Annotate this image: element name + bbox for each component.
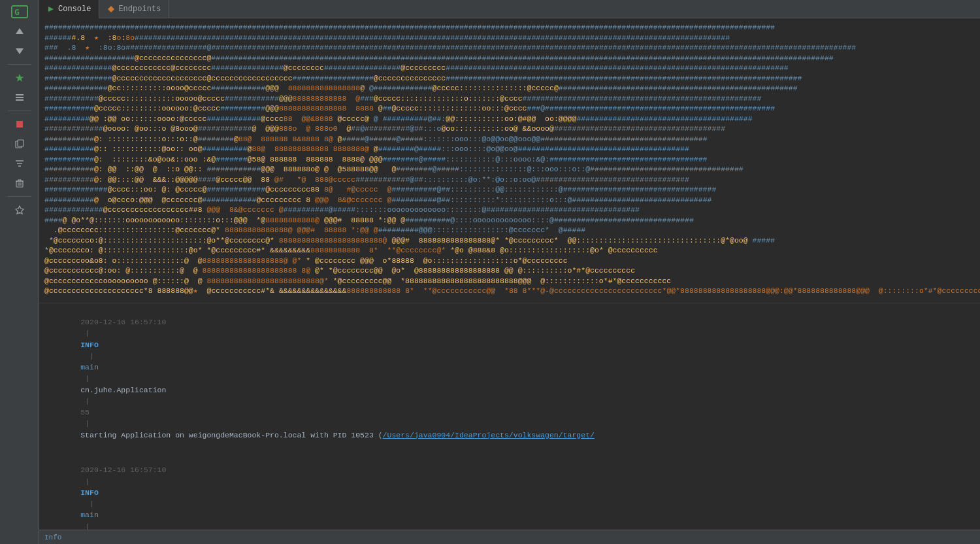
endpoints-tab-icon (107, 5, 115, 13)
ascii-line-13: ###########@:: :::::::::::@oo:: oo@#####… (39, 144, 980, 154)
log-separator-1: | (80, 329, 94, 337)
console-output[interactable]: ########################################… (39, 18, 980, 530)
down-button[interactable] (9, 42, 30, 60)
ascii-line-8: ############@ccccc:::::::::::ooooo@ccccc… (39, 94, 980, 104)
ascii-line-23: *@ccccccco: @:::::::::::::::::::@o* *@cc… (39, 245, 980, 256)
svg-rect-5 (16, 94, 24, 95)
divider-2 (8, 110, 31, 111)
pin-button[interactable] (9, 201, 30, 219)
ascii-line-3: ### .8 ★ :8o:8o##################@######… (39, 42, 980, 53)
ascii-line-24: @cccccccoo&o8: o:::::::::::::::@ @888888… (39, 256, 980, 266)
log-level-1: INFO (80, 341, 99, 349)
svg-marker-23 (108, 6, 114, 12)
log-timestamp-1: 2020-12-16 16:57:10 (80, 318, 166, 326)
ascii-line-7: ##############@cc::::::::::oooo@ccccc###… (39, 83, 980, 94)
ascii-line-10: ##########@@ :@@ oo::::::oooo:@ccccc####… (39, 114, 980, 124)
log-thread-2: main (80, 511, 99, 519)
log-link-1[interactable]: /Users/java0904/IdeaProjects/volkswagen/… (383, 431, 595, 439)
list-button[interactable] (9, 88, 30, 107)
tab-endpoints[interactable]: Endpoints (99, 0, 169, 18)
ascii-line-15: ###########@: @@ ::@@ @ ::o @@:: #######… (39, 164, 980, 175)
log-area: 2020-12-16 16:57:10 | INFO | main | cn.j… (39, 303, 980, 530)
svg-rect-16 (18, 180, 21, 181)
divider-1 (8, 64, 31, 65)
ascii-line-21: .@cccccccc:::::::::::::::::@ccccccc@* 88… (39, 225, 980, 235)
tab-console[interactable]: Console (39, 0, 99, 18)
log-sep-4: | (80, 397, 94, 405)
log-thread-1: main (80, 363, 99, 371)
console-tab-icon (47, 5, 55, 13)
endpoints-tab-label: Endpoints (118, 5, 161, 14)
log-line-1: 2020-12-16 16:57:10 | INFO | main | cn.j… (39, 305, 980, 452)
ascii-line-19: #############@cccccccccccccccccc##8 @@@ … (39, 205, 980, 215)
log-sep-5: | (80, 419, 94, 428)
up-button[interactable] (9, 22, 30, 41)
log-line-2: 2020-12-16 16:57:10 | INFO | main | cn.j… (39, 452, 980, 530)
ascii-line-2: #######.8 ★ :8o:8o######################… (39, 33, 980, 43)
console-tab-label: Console (58, 5, 91, 14)
sidebar: G (0, 0, 39, 544)
ascii-line-20: ####@ @o**@:::::::oooooooooooo::::::::o:… (39, 215, 980, 226)
svg-marker-22 (48, 7, 54, 12)
ascii-line-18: ###########@ o@ccco:@@@ @ccccccc@#######… (39, 195, 980, 205)
trash-button[interactable] (9, 174, 30, 192)
star-button[interactable] (9, 69, 30, 87)
log-line-num-1: 55 (80, 408, 90, 416)
ascii-line-17: ##############@cccc:::oo: @: @ccccc@####… (39, 184, 980, 195)
main-area: Console Endpoints ######################… (39, 0, 980, 544)
app-logo: G (8, 3, 31, 21)
svg-rect-7 (16, 99, 24, 101)
ascii-line-26: @ccccccccccccoooooooooo @::::::@ @ 88888… (39, 276, 980, 286)
status-bar: Info (39, 530, 980, 544)
ascii-line-1: ########################################… (39, 22, 980, 33)
ascii-line-5: ###############@cccccccccccc@cccccccc###… (39, 63, 980, 73)
ascii-line-27: @ccccccccccccccccccccc*8 888888@@★ @cccc… (39, 286, 980, 296)
copy-button[interactable] (9, 135, 30, 153)
log-class-1: cn.juhe.Application (80, 386, 166, 394)
tab-bar: Console Endpoints (39, 0, 980, 18)
log-sep-3: | (80, 374, 94, 382)
sidebar-toolbar (0, 22, 39, 219)
ascii-line-22: *@ccccccco:@:::::::::::::::::::::::@o**@… (39, 235, 980, 246)
ascii-line-9: ###########@ccccc:::::::::oooooo:@ccccc#… (39, 103, 980, 114)
stop-button[interactable] (9, 115, 30, 133)
ascii-line-25: @ccccccccccc@:oo: @:::::::::::@ @ 888888… (39, 265, 980, 276)
filter-button[interactable] (9, 154, 30, 173)
ascii-line-14: ###########@: ::::::::&o@oo&::ooo :&@###… (39, 154, 980, 165)
ascii-line-4: ####################@ccccccccccccccc@###… (39, 53, 980, 63)
svg-marker-4 (15, 74, 24, 82)
svg-rect-8 (16, 121, 23, 128)
log-timestamp-2: 2020-12-16 16:57:10 (80, 466, 166, 474)
svg-text:G: G (14, 7, 20, 17)
ascii-line-12: ###########@: ::::::::::::o:::o::@######… (39, 134, 980, 144)
svg-marker-3 (16, 48, 24, 54)
log-sep-8: | (80, 522, 94, 530)
status-info-label: Info (44, 534, 61, 541)
svg-rect-6 (16, 97, 24, 98)
log-msg-1: Starting Application on weigongdeMacBook… (80, 431, 382, 439)
ascii-line-6: ###############@cccccccccccccccccccc@ccc… (39, 73, 980, 84)
log-level-2: INFO (80, 488, 99, 497)
ascii-line-16: ###########@: @@::::@@ &&&::@@@@@####@cc… (39, 175, 980, 185)
ascii-line-11: #############@oooo: @oo:::o @8ooo@######… (39, 124, 980, 134)
log-sep-2: | (80, 352, 99, 360)
svg-rect-10 (18, 140, 24, 146)
svg-marker-2 (16, 28, 24, 34)
divider-3 (8, 196, 31, 197)
log-separator-6: | (80, 477, 94, 486)
log-sep-7: | (80, 500, 99, 508)
